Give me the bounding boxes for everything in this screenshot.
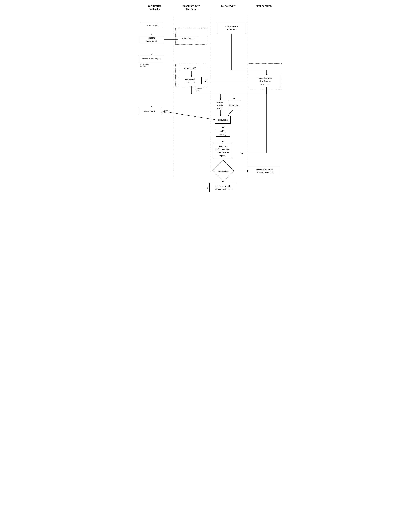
region-label-prepared: prepared [199,27,206,29]
col-header-cert-auth: certificationauthority [138,4,172,11]
arrow-label-via-email-internet-1: via e-mail /internet [140,63,149,67]
col-header-mfr-dist: manufacturer /distributor [174,4,209,11]
diagram: certificationauthority manufacturer /dis… [136,3,284,183]
col-header-user-sw: user software [210,4,246,8]
arrow-label-via-mail: via mail /e-mail [195,87,202,91]
diamond-verification: verification [215,163,231,178]
box-first-sw-activation: first softwareactivation [217,22,246,34]
box-license-key-sw: license key [228,100,241,110]
box-unique-hw-id: unique hardwareidentificationsequence [249,75,281,87]
box-signed-pub-key-1-sw: signedpublickey (1) [214,100,227,110]
region-label-license-key: license key [272,62,280,64]
box-secret-key-2: secret key (2) [141,22,163,29]
col-header-user-hw: user hardware [248,4,282,8]
box-public-key-2: public key (2) [140,108,160,114]
box-gen-license-key: generatinglicense key [178,77,202,84]
box-access-limited: access to a limitedsoftware feature set [249,167,280,176]
box-signed-pub-key-1-ca: signed public key (1) [140,56,164,62]
arrows-svg [136,3,284,183]
box-pub-key-1-mfr: public key (1) [178,36,198,42]
box-secret-key-1: secret key (1) [180,65,200,71]
box-decrypting-coded: decryptingcoded hardwareidentificationse… [213,143,233,159]
svg-line-21 [227,110,233,116]
box-access-full: access to the fullsoftware feature set [210,183,237,192]
arrow-label-via-email-internet-2: via e-mail /internet [161,109,169,113]
box-pub-key-1-sw: publickey (1) [216,129,230,137]
diamond-shape [212,160,234,182]
box-decrypting: decrypting [215,116,231,124]
box-signing-pub-key-1: signingpublic key (1) [140,36,164,43]
